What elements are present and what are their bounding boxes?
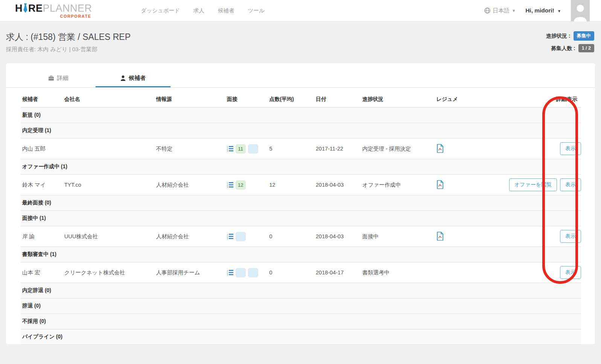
- page-subtitle: 採用責任者: 木内 みどり | 03-営業部: [6, 46, 131, 53]
- date: 2017-11-22: [314, 139, 361, 159]
- stage-group-label: オファー作成中 (1): [21, 159, 581, 175]
- pdf-resume-icon[interactable]: [437, 180, 444, 189]
- interview-list-icon[interactable]: 123: [227, 146, 233, 152]
- status-badge: 募集中: [574, 31, 595, 41]
- globe-icon: [484, 8, 490, 14]
- progress-status: 書類選考中: [361, 262, 435, 283]
- interview-list-icon[interactable]: 123: [227, 233, 233, 239]
- interview-cell: 123: [225, 226, 268, 247]
- stage-group-row: 内定受理 (1): [21, 123, 581, 139]
- pdf-resume-icon[interactable]: [437, 144, 444, 153]
- actions-cell: 表示: [505, 139, 581, 159]
- tie-icon: [23, 3, 28, 13]
- date: 2018-04-17: [314, 262, 361, 283]
- table-header-row: 候補者 会社名 情報源 面接 点数(平均) 日付 進捗状況 レジュメ 詳細表示: [21, 91, 581, 108]
- candidate-row: 鈴木 マイTYT.co人材紹介会社12312122018-04-03オファー作成…: [21, 175, 581, 195]
- resume-cell: [435, 139, 505, 159]
- nav-candidates[interactable]: 候補者: [218, 7, 234, 14]
- interview-score-badge: 12: [236, 180, 246, 190]
- candidates-table-body: 新規 (0)内定受理 (1)内山 五郎不特定1231152017-11-22内定…: [21, 108, 581, 345]
- interview-list-icon[interactable]: 123: [227, 270, 233, 276]
- stage-group-label: 面接中 (1): [21, 211, 581, 226]
- svg-text:3: 3: [227, 186, 228, 188]
- col-score: 点数(平均): [268, 91, 315, 108]
- interview-list-icon[interactable]: 123: [227, 182, 233, 188]
- tab-candidates-label: 候補者: [129, 75, 146, 82]
- avatar[interactable]: [571, 0, 590, 21]
- average-score: 12: [268, 175, 315, 195]
- average-score: 5: [268, 139, 315, 159]
- progress-status: 内定受理 - 採用決定: [361, 139, 435, 159]
- stage-group-label: 新規 (0): [21, 108, 581, 123]
- average-score: 0: [268, 262, 315, 283]
- main-nav: ダッシュボード 求人 候補者 ツール: [141, 7, 265, 14]
- actions-cell: 表示: [505, 226, 581, 247]
- stage-group-row: パイプライン (0): [21, 329, 581, 345]
- nav-tools[interactable]: ツール: [248, 7, 265, 14]
- top-navigation-bar: H RE PLANNER CORPORATE ダッシュボード 求人 候補者 ツー…: [0, 0, 601, 21]
- actions-cell: オファーを閲覧表示: [505, 175, 581, 195]
- pdf-resume-icon[interactable]: [437, 231, 444, 241]
- col-company: 会社名: [63, 91, 155, 108]
- candidate-row: 内山 五郎不特定1231152017-11-22内定受理 - 採用決定表示: [21, 139, 581, 159]
- source: 人事部採用チーム: [155, 262, 225, 283]
- candidate-name: 岸 諭: [21, 226, 63, 247]
- stage-group-label: 不採用 (0): [21, 314, 581, 329]
- nav-jobs[interactable]: 求人: [193, 7, 204, 14]
- stage-group-label: 辞退 (0): [21, 299, 581, 314]
- stage-group-row: 面接中 (1): [21, 211, 581, 226]
- hireplanner-logo[interactable]: H RE PLANNER CORPORATE: [15, 3, 92, 18]
- user-menu[interactable]: Hi, midori! ▼: [525, 7, 561, 14]
- tab-candidates[interactable]: 候補者: [96, 70, 170, 87]
- progress-status: 面接中: [361, 226, 435, 247]
- nav-dashboard[interactable]: ダッシュボード: [141, 7, 180, 14]
- language-selector[interactable]: 日本語 ▼: [484, 7, 516, 14]
- stage-group-row: 新規 (0): [21, 108, 581, 123]
- source: 不特定: [155, 139, 225, 159]
- col-detail-view: 詳細表示: [505, 91, 581, 108]
- stage-group-label: 内定受理 (1): [21, 123, 581, 139]
- tab-bar: 詳細 候補者: [6, 63, 595, 88]
- show-details-button[interactable]: 表示: [560, 142, 581, 155]
- show-details-button[interactable]: 表示: [560, 178, 581, 191]
- language-label: 日本語: [493, 7, 510, 14]
- stage-group-label: パイプライン (0): [21, 329, 581, 345]
- svg-text:3: 3: [227, 150, 228, 152]
- resume-cell: [435, 262, 505, 283]
- candidate-row: 山本 宏クリークネット株式会社人事部採用チーム12302018-04-17書類選…: [21, 262, 581, 283]
- logo-planner-text: PLANNER: [43, 3, 92, 14]
- source: 人材紹介会社: [155, 226, 225, 247]
- col-status: 進捗状況: [361, 91, 435, 108]
- interview-score-badge: [248, 144, 258, 154]
- stage-group-row: 書類審査中 (1): [21, 247, 581, 262]
- stage-group-label: 最終面接 (0): [21, 195, 581, 211]
- interview-score-badge: [248, 268, 258, 277]
- col-date: 日付: [314, 91, 361, 108]
- view-offer-button[interactable]: オファーを閲覧: [509, 178, 557, 191]
- candidate-name: 山本 宏: [21, 262, 63, 283]
- interview-cell: 12312: [225, 175, 268, 195]
- resume-cell: [435, 226, 505, 247]
- interview-score-badge: [236, 232, 246, 241]
- tab-details[interactable]: 詳細: [21, 70, 96, 87]
- logo-corporate-tagline: CORPORATE: [15, 14, 92, 18]
- interview-cell: 12311: [225, 139, 268, 159]
- candidate-row: 岸 諭UUU株式会社人材紹介会社12302018-04-03面接中表示: [21, 226, 581, 247]
- status-label: 進捗状況 :: [546, 33, 571, 39]
- briefcase-icon: [48, 75, 54, 81]
- job-detail-card: 詳細 候補者 候補者 会社名 情報源: [6, 63, 595, 344]
- tab-details-label: 詳細: [57, 75, 68, 82]
- show-details-button[interactable]: 表示: [560, 266, 581, 279]
- col-source: 情報源: [155, 91, 225, 108]
- company-name: [63, 139, 155, 159]
- stage-group-row: 辞退 (0): [21, 299, 581, 314]
- interview-cell: 123: [225, 262, 268, 283]
- headcount-label: 募集人数 :: [551, 45, 575, 51]
- company-name: UUU株式会社: [63, 226, 155, 247]
- date: 2018-04-03: [314, 175, 361, 195]
- interview-score-badge: 11: [236, 144, 246, 154]
- person-icon: [120, 75, 126, 81]
- col-resume: レジュメ: [435, 91, 505, 108]
- show-details-button[interactable]: 表示: [560, 230, 581, 243]
- actions-cell: 表示: [505, 262, 581, 283]
